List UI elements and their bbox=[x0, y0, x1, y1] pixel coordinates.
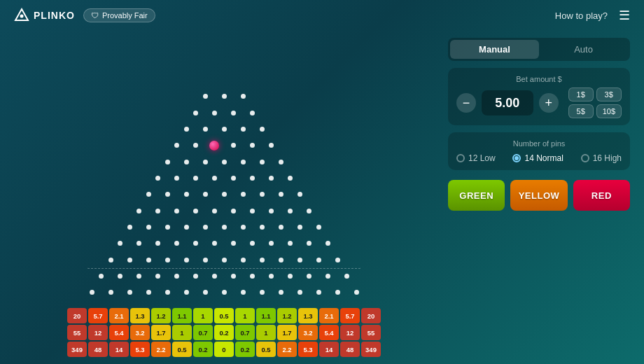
pin bbox=[203, 192, 208, 197]
multiplier-cell: 1 bbox=[235, 308, 255, 323]
pin-row-7 bbox=[139, 192, 309, 197]
pin bbox=[241, 258, 246, 262]
multiplier-cell: 2.2 bbox=[277, 342, 297, 357]
pins-area bbox=[88, 76, 360, 307]
multiplier-cell: 2.1 bbox=[319, 308, 339, 323]
quick-bet-5[interactable]: 5$ bbox=[568, 104, 594, 118]
yellow-button[interactable]: YELLOW bbox=[510, 180, 567, 211]
multiplier-cell: 3.2 bbox=[130, 325, 150, 340]
pin bbox=[231, 241, 236, 246]
pin bbox=[165, 192, 170, 197]
multiplier-cell: 12 bbox=[88, 325, 108, 340]
pin bbox=[193, 241, 198, 246]
pin bbox=[307, 274, 312, 279]
multiplier-cell: 55 bbox=[67, 325, 87, 340]
pin bbox=[222, 94, 227, 99]
pin bbox=[212, 209, 217, 214]
pin bbox=[260, 192, 265, 197]
pin bbox=[354, 290, 359, 295]
pin bbox=[250, 274, 255, 279]
main-area: 205.72.11.31.21.110.511.11.21.32.15.720 … bbox=[0, 31, 644, 364]
green-button[interactable]: GREEN bbox=[448, 180, 505, 211]
increase-bet-button[interactable]: + bbox=[539, 93, 559, 113]
tab-manual[interactable]: Manual bbox=[450, 40, 539, 59]
quick-bet-3[interactable]: 3$ bbox=[596, 88, 622, 102]
multiplier-cell: 0.2 bbox=[235, 342, 255, 357]
pin bbox=[269, 274, 274, 279]
pin bbox=[241, 192, 246, 197]
pins-option-16high[interactable]: 16 High bbox=[581, 153, 622, 163]
pin-row-6 bbox=[148, 176, 300, 181]
how-to-play-link[interactable]: How to play? bbox=[555, 10, 608, 21]
pin bbox=[326, 241, 330, 246]
multiplier-cell: 0.2 bbox=[214, 325, 234, 340]
pin bbox=[203, 290, 208, 295]
pin bbox=[241, 127, 246, 132]
bet-controls: − 5.00 + 1$ 3$ 5$ 10$ bbox=[456, 88, 622, 118]
quick-bet-10[interactable]: 10$ bbox=[596, 104, 622, 118]
pins-options: 12 Low 14 Normal 16 High bbox=[456, 153, 622, 163]
brand-name: PLINKO bbox=[34, 10, 75, 21]
multiplier-cell: 5.7 bbox=[88, 308, 108, 323]
pin bbox=[231, 143, 236, 148]
multiplier-cell: 0.5 bbox=[256, 342, 276, 357]
tab-auto[interactable]: Auto bbox=[539, 40, 628, 59]
pin bbox=[90, 290, 94, 295]
board-area: 205.72.11.31.21.110.511.11.21.32.15.720 … bbox=[14, 31, 434, 357]
pin bbox=[269, 143, 274, 148]
pins-label-14normal: 14 Normal bbox=[524, 153, 563, 163]
decrease-bet-button[interactable]: − bbox=[456, 93, 476, 113]
radio-12low bbox=[456, 154, 465, 162]
pin bbox=[260, 225, 265, 230]
pins-option-12low[interactable]: 12 Low bbox=[456, 153, 496, 163]
pin bbox=[250, 209, 255, 214]
multiplier-row-2: 55125.43.21.710.70.20.711.73.25.41255 bbox=[77, 325, 371, 340]
pin bbox=[269, 209, 274, 214]
pin bbox=[269, 176, 274, 181]
menu-icon[interactable]: ☰ bbox=[619, 8, 630, 23]
pin-row-10 bbox=[111, 241, 337, 246]
multiplier-cell: 14 bbox=[319, 342, 339, 357]
pins-section: Number of pins 12 Low 14 Normal 16 High bbox=[448, 132, 630, 170]
multiplier-cell: 1 bbox=[256, 325, 276, 340]
pin bbox=[250, 176, 255, 181]
pin bbox=[203, 225, 208, 230]
svg-point-1 bbox=[20, 15, 24, 18]
pin bbox=[260, 160, 265, 164]
pin bbox=[146, 192, 151, 197]
plinko-icon bbox=[14, 8, 29, 23]
multiplier-cell: 1.7 bbox=[277, 325, 297, 340]
pin bbox=[307, 209, 312, 214]
pin bbox=[222, 160, 227, 164]
pin bbox=[279, 225, 284, 230]
pin bbox=[174, 143, 179, 148]
multiplier-cell: 1.1 bbox=[172, 308, 192, 323]
quick-bet-row-2: 5$ 10$ bbox=[568, 104, 622, 118]
multiplier-cell: 1.2 bbox=[277, 308, 297, 323]
pin bbox=[288, 176, 293, 181]
board-container: 205.72.11.31.21.110.511.11.21.32.15.720 … bbox=[77, 31, 371, 357]
provably-fair-button[interactable]: 🛡 Provably Fair bbox=[83, 8, 155, 22]
pin bbox=[203, 258, 208, 262]
bet-value[interactable]: 5.00 bbox=[482, 90, 533, 115]
pin bbox=[222, 127, 227, 132]
red-button[interactable]: RED bbox=[573, 180, 630, 211]
pin bbox=[193, 143, 198, 148]
pin bbox=[231, 176, 236, 181]
quick-bet-1[interactable]: 1$ bbox=[568, 88, 594, 102]
pin bbox=[184, 258, 189, 262]
pin-row-3 bbox=[177, 127, 272, 132]
pins-label-12low: 12 Low bbox=[468, 153, 496, 163]
pin bbox=[250, 111, 255, 115]
pin bbox=[335, 290, 340, 295]
pin bbox=[212, 274, 217, 279]
brand: PLINKO bbox=[14, 8, 75, 23]
multiplier-cell: 1.3 bbox=[130, 308, 150, 323]
multiplier-cell: 349 bbox=[67, 342, 87, 357]
pin bbox=[174, 176, 179, 181]
multiplier-cell: 5.4 bbox=[319, 325, 339, 340]
pin bbox=[155, 176, 160, 181]
pin bbox=[193, 274, 198, 279]
pins-option-14normal[interactable]: 14 Normal bbox=[512, 153, 563, 163]
pin-row-2 bbox=[186, 111, 262, 115]
